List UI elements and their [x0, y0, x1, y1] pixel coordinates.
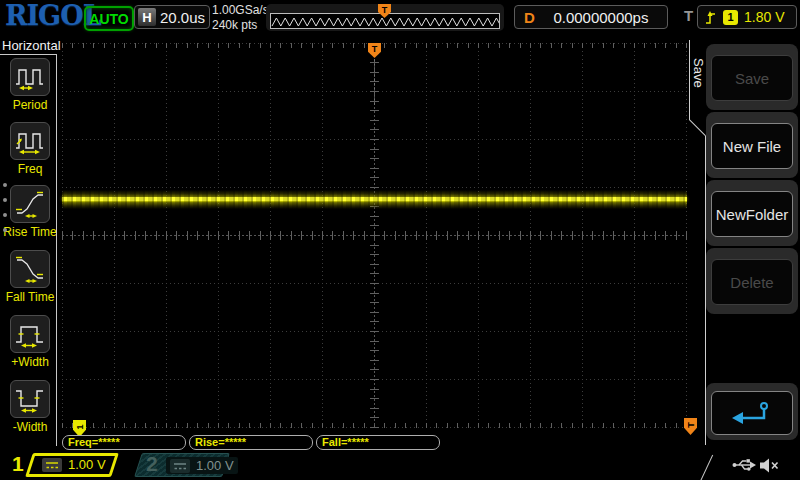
measure-item-minus-width[interactable]: -Width — [0, 380, 60, 434]
menu-slot: New File — [706, 112, 798, 178]
left-measure-menu: Horizontal Period — [0, 36, 62, 448]
channel2-scale: 1.00 V — [196, 458, 234, 473]
delay-value: 0.00000000ps — [535, 9, 667, 26]
rise-time-measure-icon — [15, 190, 45, 218]
freq-readout: Freq=***** — [62, 435, 186, 450]
dc-coupling-icon — [45, 460, 59, 470]
fall-time-measure-icon — [15, 255, 45, 283]
menu-scroll-dot — [3, 213, 7, 217]
delay-box: D 0.00000000ps — [514, 5, 668, 29]
measure-item-freq[interactable]: Freq — [0, 122, 60, 176]
dc-coupling-icon — [173, 461, 187, 471]
usb-icon — [732, 457, 756, 473]
trigger-level-value: 1.80 V — [744, 9, 784, 25]
trigger-status-box: 1 1.80 V — [697, 5, 797, 29]
menu-scroll-dot — [3, 228, 7, 232]
trigger-position-line — [374, 59, 375, 105]
menu-slot: Save — [706, 44, 798, 110]
measure-menu-title: Horizontal — [2, 38, 61, 53]
horizontal-scale-value: 20.0us — [156, 9, 209, 26]
menu-slot: Delete — [706, 248, 798, 314]
speaker-muted-icon — [759, 457, 779, 474]
run-status-badge: AUTO — [84, 6, 134, 31]
horizontal-scale-box: H 20.0us — [134, 5, 210, 29]
rise-readout: Rise=***** — [189, 435, 313, 450]
return-button[interactable] — [711, 391, 793, 435]
fall-readout: Fall=***** — [316, 435, 440, 450]
return-arrow-icon — [730, 399, 774, 427]
horizontal-label: H — [138, 8, 156, 26]
save-menu-tab-title: Save — [691, 58, 706, 88]
save-button[interactable]: Save — [711, 55, 793, 101]
trigger-label: T — [684, 7, 693, 24]
delete-button[interactable]: Delete — [711, 259, 793, 305]
freq-measure-icon — [15, 127, 45, 155]
channel1-scale: 1.00 V — [68, 457, 106, 472]
memory-waveform-path — [272, 18, 499, 26]
measure-item-rise-time[interactable]: Rise Time — [0, 185, 60, 239]
measure-item-plus-width[interactable]: +Width — [0, 315, 60, 369]
memory-depth: 240k pts — [212, 18, 269, 33]
channel2-number: 2 — [146, 452, 158, 476]
rising-edge-icon — [705, 9, 717, 26]
save-tab-outline — [689, 40, 690, 120]
acquisition-info: 1.00GSa/s 240k pts — [212, 3, 269, 33]
delay-label: D — [524, 9, 535, 26]
new-file-button[interactable]: New File — [711, 123, 793, 169]
channel1-waveform-trace — [62, 190, 687, 209]
trigger-source-badge: 1 — [723, 10, 738, 25]
period-measure-icon — [15, 63, 45, 91]
menu-scroll-dot — [3, 198, 7, 202]
menu-scroll-dot — [3, 183, 7, 187]
save-tab-outline-diagonal — [689, 119, 706, 136]
status-bar-divider — [700, 455, 713, 480]
menu-slot — [706, 383, 798, 440]
measure-item-fall-time[interactable]: Fall Time — [0, 250, 60, 304]
channel1-number: 1 — [12, 452, 24, 476]
minus-width-measure-icon — [15, 385, 45, 413]
save-menu-panel: Save Save New File NewFolder Delete — [688, 36, 800, 448]
measure-item-period[interactable]: Period — [0, 58, 60, 112]
oscilloscope-screen: RIGOL AUTO H 20.0us 1.00GSa/s 240k pts T… — [0, 0, 800, 480]
menu-slot: NewFolder — [706, 180, 798, 246]
sample-rate: 1.00GSa/s — [212, 3, 269, 18]
plus-width-measure-icon — [15, 320, 45, 348]
new-folder-button[interactable]: NewFolder — [711, 191, 793, 237]
channel-status-bar: 1 1.00 V 2 — [0, 450, 800, 480]
